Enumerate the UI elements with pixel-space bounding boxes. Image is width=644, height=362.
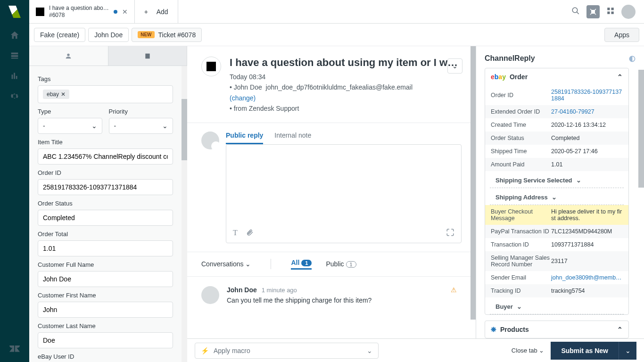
sidebar-scrollbar[interactable]	[182, 66, 187, 362]
label-firstname: Customer First Name	[38, 292, 173, 299]
label-orderid: Order ID	[38, 169, 173, 176]
close-icon[interactable]: ✕	[122, 8, 128, 16]
tags-input[interactable]: ebay ✕	[38, 85, 173, 103]
search-icon[interactable]	[571, 7, 580, 16]
shipping-address-section[interactable]: Shipping Address ⌄	[490, 190, 624, 205]
order-card: ebay Order ⌃ Order ID258191783326-109377…	[485, 68, 629, 315]
label-fullname: Customer Full Name	[38, 261, 173, 268]
fullname-input[interactable]	[38, 271, 173, 287]
svg-point-6	[67, 53, 70, 56]
buyer-section[interactable]: Buyer ⌄	[490, 299, 624, 314]
home-icon[interactable]	[9, 30, 20, 42]
change-requester-link[interactable]: (change)	[230, 94, 256, 102]
ticket-actions-dropdown[interactable]: ⌄	[447, 58, 462, 74]
order-card-header[interactable]: ebay Order ⌃	[485, 68, 628, 85]
label-tags: Tags	[38, 75, 173, 82]
label-item-title: Item Title	[38, 139, 173, 146]
sidebar-tab-ticket[interactable]	[108, 46, 188, 66]
apps-panel: ChannelReply◐ ebay Order ⌃ Order ID25819…	[476, 46, 644, 338]
conversations-dropdown[interactable]: Conversations ⌄	[201, 260, 251, 268]
svg-rect-2	[607, 8, 610, 10]
ticket-tab[interactable]: I have a question abo…#6078 ✕	[29, 0, 135, 24]
label-ebayuser: eBay User ID	[38, 353, 173, 360]
apps-button[interactable]: Apps	[604, 28, 639, 42]
tab-internal-note[interactable]: Internal note	[274, 132, 311, 144]
add-tab[interactable]: + Add	[135, 0, 178, 24]
ordertotal-input[interactable]	[38, 240, 173, 256]
agent-avatar	[201, 132, 219, 149]
ebay-logo: ebay	[491, 73, 506, 81]
reply-textarea[interactable]: T	[226, 144, 462, 243]
nav-rail	[0, 0, 29, 362]
conv-tab-all[interactable]: All1	[291, 259, 312, 270]
crumb-user[interactable]: John Doe	[88, 28, 129, 42]
message-item: John Doe 1 minute ago Can you tell me th…	[187, 277, 476, 313]
crumb-fake[interactable]: Fake (create)	[34, 28, 85, 42]
close-tab-button[interactable]: Close tab ⌄	[512, 347, 545, 354]
priority-select[interactable]: -⌄	[109, 118, 173, 134]
ticket-time: Today 08:34	[230, 72, 462, 82]
submit-dropdown[interactable]: ⌄	[619, 342, 636, 360]
ticket-title: I have a question about using my item or…	[230, 57, 462, 69]
item-title-input[interactable]	[38, 148, 173, 165]
orderid-input[interactable]	[38, 179, 173, 195]
svg-rect-5	[611, 12, 614, 14]
apps-grid-icon[interactable]	[606, 7, 615, 16]
sidebar-tab-user[interactable]	[29, 46, 108, 66]
text-format-icon[interactable]: T	[233, 229, 238, 238]
label-orderstatus: Order Status	[38, 200, 173, 207]
talk-icon[interactable]	[586, 5, 600, 18]
orderstatus-input[interactable]	[38, 210, 173, 226]
message-author: John Doe	[227, 286, 257, 294]
svg-point-0	[572, 8, 578, 13]
ext-order-link[interactable]: 27-04160-79927	[551, 108, 594, 115]
requester-line: • John Doe john_doe_dp7f6otnikluldmc_fak…	[230, 82, 462, 92]
svg-rect-3	[611, 8, 614, 10]
products-card-header[interactable]: ❋Products⌃	[485, 321, 629, 338]
admin-icon[interactable]	[9, 91, 20, 103]
message-body: Can you tell me the shipping charge for …	[227, 296, 372, 304]
tab-public-reply[interactable]: Public reply	[226, 132, 263, 144]
svg-rect-1	[591, 10, 595, 14]
main-scrollbar[interactable]	[471, 46, 476, 320]
order-id-link[interactable]: 258191783326-1093771371884	[551, 89, 623, 102]
svg-rect-4	[607, 12, 610, 14]
avatar[interactable]	[621, 5, 636, 19]
ticket-sidebar: Tags ebay ✕ Type -⌄ Priority -⌄ Item Tit…	[29, 46, 187, 362]
warning-icon[interactable]: ⚠	[451, 286, 457, 294]
apply-macro[interactable]: ⚡Apply macro⌄	[195, 343, 379, 359]
label-type: Type	[38, 108, 102, 115]
conv-tab-public[interactable]: Public1	[326, 260, 356, 268]
apps-scrollbar[interactable]	[638, 70, 644, 188]
status-badge: NEW	[138, 31, 154, 38]
views-icon[interactable]	[9, 50, 20, 62]
brand-logo[interactable]	[8, 6, 21, 18]
top-tabs: I have a question abo…#6078 ✕ + Add	[29, 0, 644, 24]
app-title: ChannelReply	[485, 54, 535, 63]
label-lastname: Customer Last Name	[38, 322, 173, 329]
crumb-ticket[interactable]: NEW Ticket #6078	[132, 28, 202, 42]
firstname-input[interactable]	[38, 302, 173, 318]
chevron-up-icon[interactable]: ⌃	[617, 73, 623, 81]
message-time: 1 minute ago	[262, 287, 297, 294]
ticket-brand-icon	[201, 57, 221, 76]
type-select[interactable]: -⌄	[38, 118, 102, 134]
shipping-service-section[interactable]: Shipping Service Selected ⌄	[490, 173, 624, 188]
sender-email-link[interactable]: john_doe3809th@memb…	[551, 274, 622, 281]
app-settings-icon[interactable]: ◐	[629, 54, 636, 63]
tag-chip[interactable]: ebay ✕	[43, 90, 69, 99]
attachment-icon[interactable]	[246, 229, 254, 238]
zendesk-icon[interactable]	[9, 343, 20, 354]
app-shortcut-icon[interactable]	[446, 228, 454, 238]
unsaved-dot-icon	[114, 10, 117, 14]
via-line: • from Zendesk Support	[230, 103, 462, 114]
lastname-input[interactable]	[38, 332, 173, 348]
breadcrumb: Fake (create) John Doe NEW Ticket #6078 …	[29, 24, 644, 46]
user-avatar	[201, 286, 219, 304]
submit-button[interactable]: Submit as New	[551, 342, 619, 360]
svg-rect-7	[145, 53, 149, 58]
footer-bar: ⚡Apply macro⌄ Close tab ⌄ Submit as New …	[187, 338, 644, 362]
label-ordertotal: Order Total	[38, 230, 173, 238]
reporting-icon[interactable]	[9, 71, 20, 82]
main-panel: I have a question about using my item or…	[187, 46, 476, 338]
